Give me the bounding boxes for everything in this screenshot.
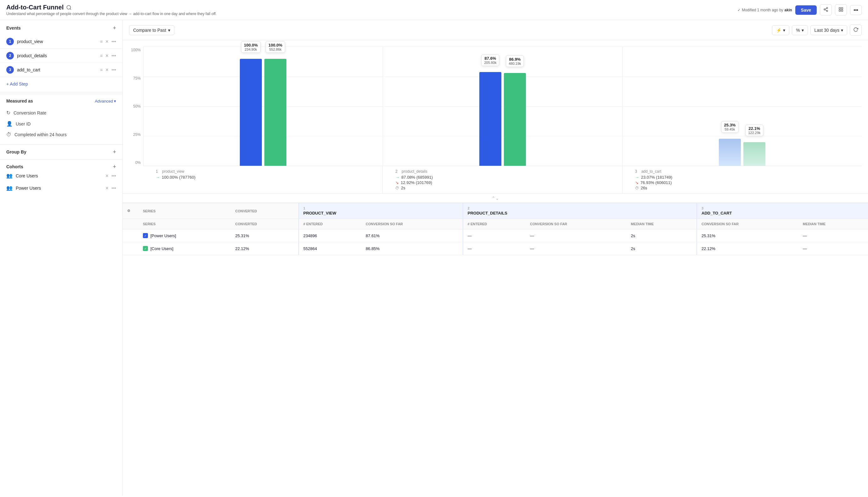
bar-1-green[interactable] — [264, 59, 286, 166]
filter-button-2[interactable]: ≡ — [100, 53, 102, 58]
td-empty-core — [123, 242, 139, 255]
table-header-row: ⚙ SERIES CONVERTED 1 product_view — [123, 203, 868, 219]
header-title-group: Add-to-Cart Funnel — [6, 4, 216, 11]
stat-value-up-2: 87.08% (685991) — [401, 175, 433, 180]
toolbar-right: ⚡ ▾ % ▾ Last 30 days ▾ — [772, 25, 862, 36]
chart-label-2: 2 product_details → 87.08% (685991) ↘ 12… — [383, 166, 622, 194]
grid-view-button[interactable] — [835, 4, 847, 15]
event-number-3: 3 — [6, 66, 14, 74]
bar-2-blue[interactable] — [479, 72, 501, 166]
th-step-3: 3 add_to_cart — [697, 203, 868, 219]
data-table-section: ⚙ SERIES CONVERTED 1 product_view — [123, 203, 868, 255]
converted-header-label: CONVERTED — [235, 209, 257, 213]
y-100: 100% — [131, 48, 141, 52]
refresh-button[interactable] — [850, 25, 862, 36]
step-3-number: 3 — [701, 207, 864, 210]
chart-label-3: 3 add_to_cart → 23.07% (181749) ↘ 76.93%… — [622, 166, 862, 194]
checkbox-power[interactable]: ✓ — [143, 233, 148, 238]
percent-label: % — [796, 28, 800, 33]
tooltip-2-blue: 87.6% 205.80k — [481, 54, 499, 66]
cohort-name-power: Power Users — [16, 186, 102, 190]
user-id-label: User ID — [16, 122, 30, 126]
arrow-down-3: ↘ — [635, 180, 639, 185]
conversion-rate-label: Conversion Rate — [14, 110, 46, 115]
table-row-power: ✓ [Power Users] 25.31% 234896 87.61% — —… — [123, 229, 868, 242]
bar-2-green[interactable] — [504, 73, 526, 166]
modified-info: ✓ Modified 1 month ago by akin — [738, 8, 792, 12]
more-options-button[interactable]: ••• — [850, 5, 862, 15]
add-group-by-button[interactable]: + — [113, 149, 116, 155]
td-series-core: ✓ [Core Users] — [139, 242, 231, 255]
main-content: Compare to Past ▾ ⚡ ▾ % ▾ Last 30 days ▾ — [123, 20, 868, 496]
table-row-core: ✓ [Core Users] 22.12% 552864 86.85% — — … — [123, 242, 868, 255]
save-button[interactable]: Save — [795, 5, 817, 15]
add-step-button[interactable]: + Add Step — [0, 77, 123, 91]
remove-event-3[interactable]: ✕ — [105, 67, 109, 72]
add-cohort-button[interactable]: + — [113, 164, 116, 170]
y-0: 0% — [135, 160, 141, 165]
more-cohort-core[interactable]: ••• — [111, 173, 116, 179]
chart-section: 100% 75% 50% 25% 0% — [123, 40, 868, 194]
measured-item-conversion: ↻ Conversion Rate — [6, 107, 116, 118]
more-cohort-power[interactable]: ••• — [111, 186, 116, 190]
chart-bars-container: 100.0% 234.90k 100.0% 552.86k — [143, 46, 862, 166]
th-step-2: 2 product_details — [463, 203, 697, 219]
search-icon[interactable] — [66, 5, 72, 10]
tooltip-count-1-blue: 234.90k — [244, 47, 258, 51]
td-series-power: ✓ [Power Users] — [139, 229, 231, 242]
resize-handle[interactable]: ⌃⌄ — [123, 194, 868, 203]
stat-time-2: 2s — [401, 186, 405, 190]
measured-item-completed: ⏱ Completed within 24 hours — [6, 129, 116, 140]
stat-row-converted-1: → 100.00% (787760) — [156, 175, 370, 180]
gear-header: ⚙ — [123, 203, 139, 219]
measured-item-userid: 👤 User ID — [6, 118, 116, 129]
td-conv2-core: — — [526, 242, 627, 255]
share-button[interactable] — [820, 4, 832, 15]
add-event-button[interactable]: + — [113, 25, 116, 31]
app-header: Add-to-Cart Funnel Understand what perce… — [0, 0, 868, 20]
step-2-number: 2 — [468, 207, 692, 210]
svg-line-5 — [825, 8, 827, 9]
remove-cohort-power[interactable]: ✕ — [105, 186, 109, 190]
date-range-dropdown[interactable]: Last 30 days ▾ — [810, 25, 847, 35]
more-event-2[interactable]: ••• — [111, 53, 116, 58]
chart-group-3: 25.3% 59.45k 22.1% 122.29k — [622, 139, 862, 166]
svg-rect-8 — [842, 10, 843, 11]
gear-icon[interactable]: ⚙ — [127, 209, 130, 213]
checkbox-core[interactable]: ✓ — [143, 246, 148, 251]
event-name-2: product_details — [17, 53, 97, 58]
measured-header: Measured as Advanced ▾ — [6, 98, 116, 103]
event-name-1: product_view — [17, 39, 97, 44]
chart-group-2: 87.6% 205.80k 86.9% 480.19k — [383, 72, 622, 166]
td-conv3-power: 25.31% — [697, 229, 798, 242]
bar-1-blue[interactable] — [240, 59, 262, 166]
resize-arrows-icon: ⌃⌄ — [492, 196, 499, 201]
remove-event-2[interactable]: ✕ — [105, 53, 109, 58]
tooltip-1-green: 100.0% 552.86k — [266, 41, 285, 53]
remove-cohort-core[interactable]: ✕ — [105, 173, 109, 179]
percent-dropdown[interactable]: % ▾ — [792, 25, 808, 35]
filter-button-3[interactable]: ≡ — [100, 67, 102, 72]
clock-icon: ⏱ — [6, 132, 11, 138]
compare-to-past-button[interactable]: Compare to Past ▾ — [129, 25, 174, 35]
remove-event-1[interactable]: ✕ — [105, 39, 109, 44]
more-event-3[interactable]: ••• — [111, 67, 116, 72]
td-median3-core: — — [798, 242, 868, 255]
advanced-button[interactable]: Advanced ▾ — [95, 99, 116, 103]
bar-wrapper-2-blue: 87.6% 205.80k — [479, 72, 501, 166]
more-event-1[interactable]: ••• — [111, 39, 116, 44]
stat-value-down-2: 12.92% (101769) — [401, 180, 432, 185]
bar-3-green[interactable] — [743, 142, 766, 166]
filter-button-1[interactable]: ≡ — [100, 39, 102, 44]
measured-section: Measured as Advanced ▾ ↻ Conversion Rate… — [0, 94, 123, 144]
arrow-up-3: → — [635, 175, 639, 180]
svg-point-2 — [824, 9, 825, 10]
th-step-1: 1 product_view — [299, 203, 463, 219]
lightning-dropdown[interactable]: ⚡ ▾ — [772, 25, 789, 35]
bar-wrapper-1-blue: 100.0% 234.90k — [240, 59, 262, 166]
step-label-2: 2 product_details — [395, 169, 609, 174]
event-item-2: 2 product_details ≡ ✕ ••• — [0, 49, 123, 63]
event-number-1: 1 — [6, 38, 14, 45]
stat-value-down-3: 76.93% (606011) — [641, 180, 672, 185]
bar-3-blue[interactable] — [719, 139, 741, 166]
